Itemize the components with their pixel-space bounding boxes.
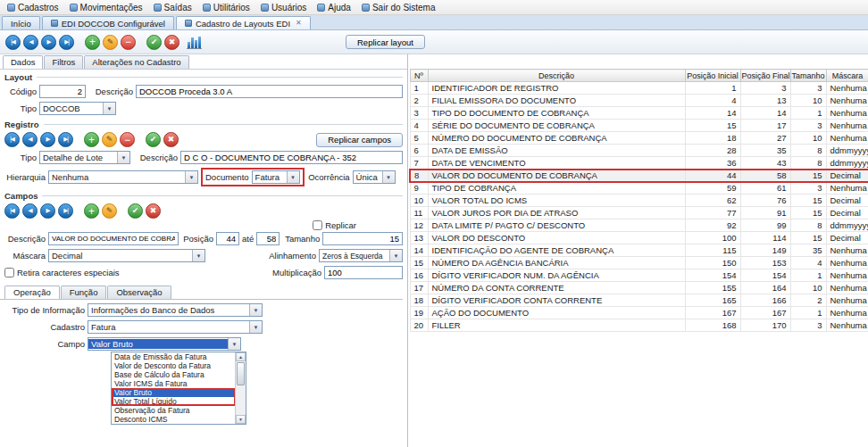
table-row[interactable]: 10VALOR TOTAL DO ICMS627615Decimal bbox=[410, 195, 868, 207]
campo-dropdown-option[interactable]: Valor Bruto bbox=[112, 388, 235, 397]
alinhamento-select[interactable]: Zeros à Esquerda ▼ bbox=[319, 249, 403, 262]
tab-funcao[interactable]: Função bbox=[61, 286, 107, 299]
tab-cadastro-de-layouts-edi[interactable]: Cadastro de Layouts EDI✕ bbox=[176, 16, 311, 29]
menu-item-movimentacoes[interactable]: Movimentações bbox=[64, 2, 148, 13]
chart-button[interactable] bbox=[187, 36, 202, 49]
table-row[interactable]: 8VALOR DO DOCUMENTO DE COBRANÇA445815Dec… bbox=[410, 170, 868, 182]
registro-next-button[interactable]: ▶ bbox=[40, 132, 55, 147]
dropdown-scrollbar[interactable]: ▲ ▼ bbox=[235, 352, 246, 424]
menu-item-sair-do-sistema[interactable]: Sair do Sistema bbox=[356, 2, 441, 13]
campos-descricao-input[interactable] bbox=[48, 232, 179, 245]
codigo-input[interactable] bbox=[39, 85, 86, 98]
menu-item-usuarios[interactable]: Usuários bbox=[255, 2, 312, 13]
registro-edit-button[interactable]: ✎ bbox=[102, 132, 117, 147]
table-row[interactable]: 12DATA LIMITE P/ PAGTO C/ DESCONTO92998d… bbox=[410, 219, 868, 232]
tab-edi-doccob-configuravel[interactable]: EDI DOCCOB Configurável bbox=[42, 16, 174, 29]
tab-dados[interactable]: Dados bbox=[3, 55, 43, 69]
table-row[interactable]: 11VALOR JUROS POR DIA DE ATRASO779115Dec… bbox=[410, 207, 868, 219]
campos-add-button[interactable]: + bbox=[84, 203, 99, 219]
campos-confirm-button[interactable]: ✔ bbox=[128, 203, 143, 219]
multiplicacao-input[interactable] bbox=[324, 266, 403, 279]
cancel-button[interactable]: ✖ bbox=[164, 35, 179, 50]
table-row[interactable]: 16DÍGITO VERIFICADOR NUM. DA AGÊNCIA1541… bbox=[410, 269, 868, 282]
hierarquia-select[interactable]: Nenhuma ▼ bbox=[48, 170, 198, 184]
menu-item-cadastros[interactable]: Cadastros bbox=[2, 2, 64, 13]
tipo-informacao-select[interactable]: Informações do Banco de Dados ▼ bbox=[88, 303, 263, 317]
table-row[interactable]: 13VALOR DO DESCONTO10011415Decimal bbox=[410, 232, 868, 244]
registro-tipo-select[interactable]: Detalhe de Lote ▼ bbox=[39, 151, 130, 164]
campo-dropdown-option[interactable]: Valor de Desconto da Fatura bbox=[112, 361, 235, 370]
close-tab-icon[interactable]: ✕ bbox=[296, 20, 302, 27]
column-header-mascara[interactable]: Máscara bbox=[826, 70, 868, 82]
campos-first-button[interactable]: |◀ bbox=[4, 203, 20, 219]
tab-alteracoes-no-cadastro[interactable]: Alterações no Cadastro bbox=[84, 55, 188, 69]
retira-caracteres-checkbox[interactable] bbox=[4, 268, 14, 277]
table-row[interactable]: 15NÚMERO DA AGÊNCIA BANCÁRIA1501534Nenhu… bbox=[410, 257, 868, 269]
nav-first-button[interactable]: |◀ bbox=[5, 35, 21, 50]
campos-next-button[interactable]: ▶ bbox=[40, 203, 55, 219]
campos-cancel-button[interactable]: ✖ bbox=[146, 203, 161, 219]
tab-inicio[interactable]: Início bbox=[2, 16, 40, 29]
campo-dropdown-option[interactable]: Desconto ICMS bbox=[112, 415, 235, 424]
campos-edit-button[interactable]: ✎ bbox=[102, 203, 117, 219]
campo-dropdown-option[interactable]: Base de Cálculo da Fatura bbox=[112, 370, 235, 379]
column-header-numero[interactable]: Nº bbox=[410, 70, 428, 82]
posicao-inicial-input[interactable] bbox=[216, 232, 239, 245]
registro-confirm-button[interactable]: ✔ bbox=[146, 132, 161, 147]
table-row[interactable]: 2FILIAL EMISSORA DO DOCUMENTO41310Nenhum… bbox=[410, 95, 868, 107]
menu-item-saidas[interactable]: Saídas bbox=[148, 2, 197, 13]
column-header-posicao-inicial[interactable]: Posição Inicial bbox=[685, 70, 740, 82]
tab-operacao[interactable]: Operação bbox=[4, 286, 60, 299]
cadastro-select[interactable]: Fatura ▼ bbox=[88, 320, 263, 334]
table-row[interactable]: 3TIPO DO DOCUMENTO DE COBRANÇA14141Nenhu… bbox=[410, 107, 868, 120]
mascara-select[interactable]: Decimal ▼ bbox=[48, 249, 205, 262]
confirm-button[interactable]: ✔ bbox=[146, 35, 162, 50]
menu-item-utilitarios[interactable]: Utilitários bbox=[197, 2, 255, 13]
campo-dropdown-option[interactable]: Observação da Fatura bbox=[112, 406, 235, 415]
table-row[interactable]: 1IDENTIFICADOR DE REGISTRO133Nenhuma bbox=[410, 82, 868, 95]
registro-descricao-input[interactable] bbox=[180, 151, 403, 164]
campos-last-button[interactable]: ▶| bbox=[58, 203, 73, 219]
tab-filtros[interactable]: Filtros bbox=[44, 55, 83, 69]
table-row[interactable]: 4SÉRIE DO DOCUMENTO DE COBRANÇA15173Nenh… bbox=[410, 120, 868, 132]
registro-delete-button[interactable]: − bbox=[120, 132, 135, 147]
registro-first-button[interactable]: |◀ bbox=[4, 132, 20, 147]
table-row[interactable]: 17NÚMERO DA CONTA CORRENTE15516410Nenhum… bbox=[410, 282, 868, 294]
table-row[interactable]: 6DATA DE EMISSÃO28358ddmmyyyy (dd = bbox=[410, 145, 868, 157]
ocorrencia-select[interactable]: Única ▼ bbox=[353, 170, 396, 184]
registro-cancel-button[interactable]: ✖ bbox=[163, 132, 179, 147]
registro-prev-button[interactable]: ◀ bbox=[22, 132, 38, 147]
add-button[interactable]: + bbox=[85, 35, 100, 50]
table-row[interactable]: 9TIPO DE COBRANÇA59613Nenhuma bbox=[410, 182, 868, 195]
table-row[interactable]: 20FILLER1681703Nenhuma bbox=[410, 319, 868, 332]
nav-last-button[interactable]: ▶| bbox=[59, 35, 74, 50]
menu-item-ajuda[interactable]: Ajuda bbox=[312, 2, 356, 13]
scrollbar-thumb[interactable] bbox=[237, 362, 245, 385]
posicao-final-input[interactable] bbox=[256, 232, 280, 245]
layout-tipo-select[interactable]: DOCCOB ▼ bbox=[39, 102, 116, 115]
campo-dropdown-option[interactable]: Valor Total Líquido bbox=[112, 397, 235, 406]
table-row[interactable]: 5NÚMERO DO DOCUMENTO DE COBRANÇA182710Ne… bbox=[410, 132, 868, 145]
registro-add-button[interactable]: + bbox=[84, 132, 99, 147]
tamanho-input[interactable] bbox=[322, 232, 403, 245]
column-header-tamanho[interactable]: Tamanho bbox=[790, 70, 826, 82]
tab-observacao[interactable]: Observação bbox=[107, 286, 171, 299]
column-header-descricao[interactable]: Descrição bbox=[428, 70, 685, 82]
documento-select[interactable]: Fatura ▼ bbox=[252, 170, 300, 184]
nav-prev-button[interactable]: ◀ bbox=[23, 35, 38, 50]
scroll-down-icon[interactable]: ▼ bbox=[236, 415, 246, 424]
table-row[interactable]: 19AÇÃO DO DOCUMENTO1671671Nenhuma bbox=[410, 307, 868, 319]
table-row[interactable]: 14IDENTIFICAÇÃO DO AGENTE DE COBRANÇA115… bbox=[410, 244, 868, 257]
registro-last-button[interactable]: ▶| bbox=[58, 132, 73, 147]
table-row[interactable]: 18DÍGITO VERIFICADOR CONTA CORRENTE16516… bbox=[410, 294, 868, 307]
replicar-checkbox[interactable] bbox=[313, 220, 322, 230]
edit-button[interactable]: ✎ bbox=[103, 35, 118, 50]
replicar-campos-button[interactable]: Replicar campos bbox=[316, 133, 403, 147]
campo-select[interactable]: Valor Bruto ▼ bbox=[88, 337, 241, 351]
nav-next-button[interactable]: ▶ bbox=[41, 35, 56, 50]
campo-dropdown-option[interactable]: Valor ICMS da Fatura bbox=[112, 379, 235, 388]
column-header-posicao-final[interactable]: Posição Final bbox=[740, 70, 790, 82]
layout-descricao-input[interactable] bbox=[136, 85, 403, 98]
delete-button[interactable]: − bbox=[121, 35, 136, 50]
replicar-layout-button[interactable]: Replicar layout bbox=[346, 35, 425, 49]
